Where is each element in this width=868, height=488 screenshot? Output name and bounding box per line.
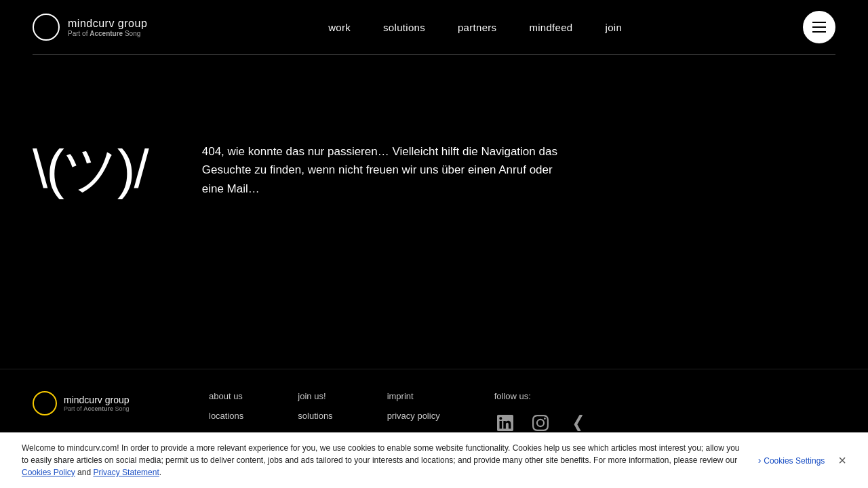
logo-subtitle: Part of Accenture Song xyxy=(68,30,147,37)
footer-link-imprint[interactable]: imprint xyxy=(387,391,440,401)
footer-link-privacy[interactable]: privacy policy xyxy=(387,411,440,421)
footer-logo-circle-icon xyxy=(33,391,57,415)
cookies-policy-link[interactable]: Cookies Policy xyxy=(22,468,75,477)
instagram-link[interactable] xyxy=(530,412,551,434)
nav-work[interactable]: work xyxy=(328,22,351,33)
header-logo[interactable]: mindcurv group Part of Accenture Song xyxy=(33,14,147,41)
footer-col-join: join us! solutions xyxy=(298,391,332,434)
nav-mindfeed[interactable]: mindfeed xyxy=(529,22,572,33)
footer-link-joinus[interactable]: join us! xyxy=(298,391,332,401)
footer-col-legal: imprint privacy policy xyxy=(387,391,440,434)
footer-logo-name: mindcurv group xyxy=(64,394,130,405)
cookie-close-button[interactable]: × xyxy=(838,453,846,467)
privacy-statement-link[interactable]: Privacy Statement xyxy=(93,468,159,477)
footer-link-about[interactable]: about us xyxy=(209,391,243,401)
main-nav: work solutions partners mindfeed join xyxy=(328,22,622,33)
cookie-banner: Welcome to mindcurv.com! In order to pro… xyxy=(0,432,868,488)
nav-solutions[interactable]: solutions xyxy=(383,22,425,33)
logo-name: mindcurv group xyxy=(68,18,147,30)
linkedin-icon xyxy=(497,415,513,431)
error-message: 404, wie konnte das nur passieren… Viell… xyxy=(202,142,568,198)
footer-link-locations[interactable]: locations xyxy=(209,411,243,421)
follow-label: follow us: xyxy=(494,391,587,401)
cookie-actions: Cookies Settings × xyxy=(758,453,846,467)
xing-icon xyxy=(568,415,584,431)
footer-follow-col: follow us: xyxy=(494,391,587,434)
xing-link[interactable] xyxy=(565,412,587,434)
cookie-text: Welcome to mindcurv.com! In order to pro… xyxy=(22,442,745,479)
linkedin-link[interactable] xyxy=(494,412,516,434)
shrug-emoji: \(ツ)/ xyxy=(33,134,148,207)
cookies-settings-button[interactable]: Cookies Settings xyxy=(758,455,825,466)
nav-join[interactable]: join xyxy=(606,22,623,33)
footer-link-solutions[interactable]: solutions xyxy=(298,411,332,421)
footer-logo: mindcurv group Part of Accenture Song xyxy=(33,391,155,415)
footer-logo-subtitle: Part of Accenture Song xyxy=(64,405,130,412)
site-header: mindcurv group Part of Accenture Song wo… xyxy=(0,0,868,54)
nav-partners[interactable]: partners xyxy=(458,22,496,33)
instagram-icon xyxy=(532,415,549,431)
hamburger-line xyxy=(812,26,826,28)
menu-button[interactable] xyxy=(803,11,835,43)
hamburger-line xyxy=(812,22,826,23)
hamburger-line xyxy=(812,31,826,33)
social-icons xyxy=(494,412,587,434)
logo-circle-icon xyxy=(33,14,60,41)
footer-col-about: about us locations xyxy=(209,391,243,434)
main-content: \(ツ)/ 404, wie konnte das nur passieren…… xyxy=(0,55,868,285)
